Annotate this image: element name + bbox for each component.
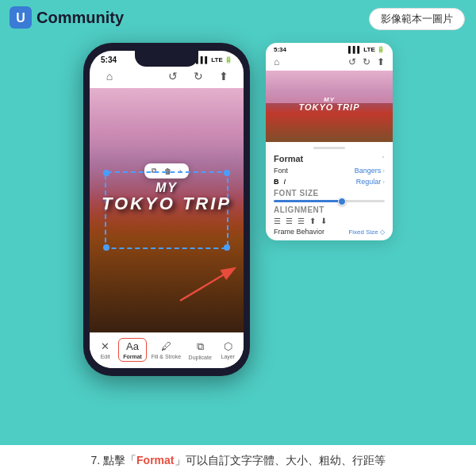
small-tokyo-text: TOKYO TRIP: [298, 103, 359, 112]
history-icon[interactable]: ↺: [164, 67, 182, 85]
duplicate-icon: ⧉: [197, 340, 204, 353]
phone-bottom-bar: ✕ Edit Aa Format 🖊 Fill & Stroke ⧉ Dupli…: [90, 332, 244, 368]
phone-screen: 5:34 ▌▌▌ LTE 🔋 ⌂ ↺ ↻ ⬆ ⧉ 🗑: [90, 51, 244, 368]
font-chevron: ›: [382, 167, 385, 175]
format-section: Format ˅ Font Bangers › B I Regular: [266, 142, 393, 240]
font-row[interactable]: Font Bangers ›: [274, 167, 385, 175]
brand-name: Community: [36, 9, 124, 27]
small-share-icon[interactable]: ⬆: [377, 56, 385, 67]
home-icon[interactable]: ⌂: [101, 67, 118, 85]
format-icon: Aa: [126, 340, 139, 352]
font-value: Bangers ›: [355, 167, 385, 175]
status-time: 5:34: [101, 56, 117, 64]
logo-icon: U: [10, 6, 32, 29]
align-center-btn[interactable]: ☰: [286, 217, 293, 225]
tokyo-trip-text: TOKYO TRIP: [98, 195, 236, 213]
frame-row[interactable]: Frame Behavior Fixed Size ◇: [274, 228, 385, 236]
handle-tl: [103, 170, 109, 176]
tool-edit[interactable]: ✕ Edit: [94, 339, 117, 361]
format-title: Format: [274, 154, 303, 163]
duplicate-label: Duplicate: [189, 355, 212, 360]
phone-notch: [135, 51, 198, 67]
handle-tr: [224, 170, 230, 176]
tool-duplicate[interactable]: ⧉ Duplicate: [186, 339, 215, 362]
small-toolbar: ⌂ ↺ ↻ ⬆: [266, 55, 393, 71]
share-icon[interactable]: ⬆: [215, 67, 232, 85]
format-chevron: ˅: [382, 155, 385, 163]
logo-area: U Community: [10, 6, 124, 29]
regular-chevron: ›: [382, 178, 385, 186]
red-arrow: [176, 265, 240, 305]
align-top-btn[interactable]: ⬆: [309, 217, 316, 225]
italic-btn[interactable]: I: [284, 178, 286, 186]
caption-text: 7. 點擊「Format」可以自訂文字字體、大小、粗幼、行距等: [90, 454, 385, 466]
frame-label: Frame Behavior: [274, 228, 324, 236]
small-status-time: 5:34: [274, 46, 286, 53]
align-right-btn[interactable]: ☰: [298, 217, 305, 225]
caption-highlight: Format: [136, 454, 174, 466]
regular-value: Regular ›: [356, 178, 385, 186]
main-content: 5:34 ▌▌▌ LTE 🔋 ⌂ ↺ ↻ ⬆ ⧉ 🗑: [0, 35, 476, 376]
label-badge: 影像範本一圖片: [369, 8, 465, 30]
small-status-icons: ▌▌▌ LTE 🔋: [348, 46, 385, 53]
format-divider: [313, 147, 345, 149]
handle-br: [224, 244, 230, 251]
fill-stroke-label: Fill & Stroke: [151, 354, 181, 359]
small-image-text: MY TOKYO TRIP: [298, 96, 359, 112]
align-left-btn[interactable]: ☰: [274, 217, 281, 225]
font-size-label: FONT SIZE: [274, 189, 385, 198]
bottom-tools: ✕ Edit Aa Format 🖊 Fill & Stroke ⧉ Dupli…: [93, 338, 240, 362]
font-size-slider[interactable]: [274, 200, 385, 202]
svg-text:U: U: [16, 11, 25, 25]
edit-icon: ✕: [101, 340, 109, 352]
fill-stroke-icon: 🖊: [161, 340, 171, 352]
tool-fill-stroke[interactable]: 🖊 Fill & Stroke: [148, 339, 184, 361]
format-title-row: Format ˅: [274, 154, 385, 163]
tool-layer[interactable]: ⬡ Layer: [216, 339, 240, 361]
small-image: MY TOKYO TRIP: [266, 71, 393, 142]
format-label: Format: [123, 354, 142, 359]
edit-label: Edit: [101, 354, 110, 359]
bottom-caption: 7. 點擊「Format」可以自訂文字字體、大小、粗幼、行距等: [0, 443, 476, 476]
bold-italic-row: B I Regular ›: [274, 178, 385, 186]
alignment-row: ☰ ☰ ☰ ⬆ ⬇: [274, 217, 385, 225]
layer-label: Layer: [221, 354, 236, 359]
redo-icon[interactable]: ↻: [190, 67, 207, 85]
alignment-section: ALIGNMENT ☰ ☰ ☰ ⬆ ⬇: [274, 205, 385, 225]
status-icons: ▌▌▌ LTE 🔋: [196, 56, 232, 63]
small-home-icon[interactable]: ⌂: [274, 56, 279, 67]
tool-format[interactable]: Aa Format: [118, 338, 147, 362]
font-label: Font: [274, 167, 288, 175]
font-size-section: FONT SIZE: [274, 189, 385, 202]
frame-value: Fixed Size ◇: [348, 228, 385, 236]
bold-btn[interactable]: B: [274, 178, 279, 186]
phone-toolbar-top: ⌂ ↺ ↻ ⬆: [90, 66, 244, 88]
layer-icon: ⬡: [224, 340, 232, 352]
align-bottom-btn[interactable]: ⬇: [321, 217, 327, 225]
tokyo-text-block: MY TOKYO TRIP: [98, 181, 236, 213]
phone-mockup: 5:34 ▌▌▌ LTE 🔋 ⌂ ↺ ↻ ⬆ ⧉ 🗑: [83, 43, 250, 376]
alignment-label: ALIGNMENT: [274, 205, 385, 214]
small-redo-icon[interactable]: ↻: [363, 56, 370, 67]
small-panel: 5:34 ▌▌▌ LTE 🔋 ⌂ ↺ ↻ ⬆ MY TOKYO TRIP: [266, 43, 393, 240]
svg-line-3: [180, 269, 233, 301]
small-history-icon[interactable]: ↺: [348, 56, 356, 67]
small-status-bar: 5:34 ▌▌▌ LTE 🔋: [266, 43, 393, 55]
